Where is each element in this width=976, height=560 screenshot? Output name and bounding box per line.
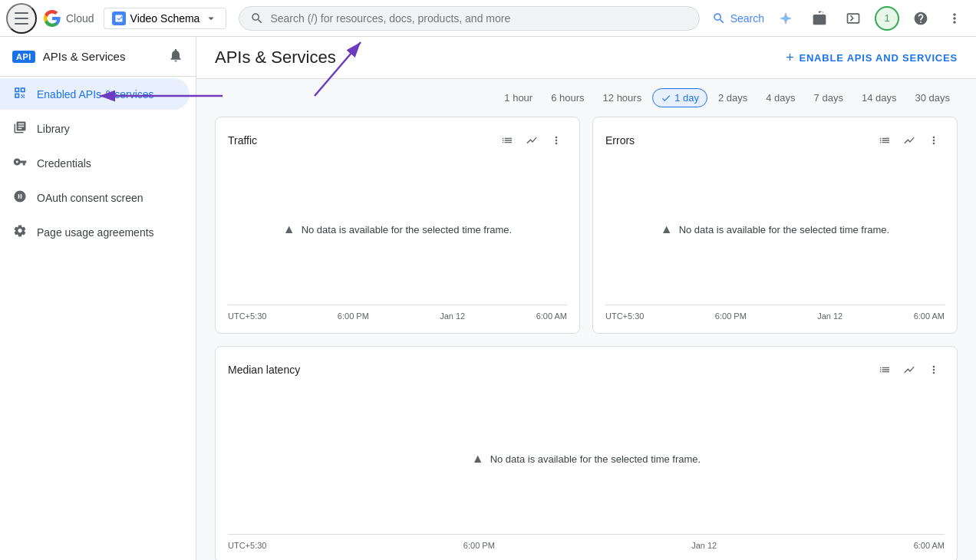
traffic-more-button[interactable] [546,130,567,151]
charts-grid: Traffic [196,117,976,560]
project-selector-button[interactable]: Video Schema [104,8,227,29]
latency-chart-footer: UTC+5:30 6:00 PM Jan 12 6:00 AM [228,534,945,550]
enable-btn-label: ENABLE APIS AND SERVICES [799,52,958,64]
enable-apis-button[interactable]: + ENABLE APIS AND SERVICES [786,50,958,66]
project-icon [112,12,126,25]
median-latency-chart-card: Median latency [215,346,958,560]
traffic-chart-footer: UTC+5:30 6:00 PM Jan 12 6:00 AM [228,305,567,321]
traffic-x-label-3: 6:00 AM [536,311,567,321]
errors-more-button[interactable] [923,130,945,151]
page-layout: API APIs & Services Enabled APIs & servi… [0,37,976,560]
traffic-chart-title: Traffic [228,134,496,147]
search-button[interactable]: Search [712,12,764,25]
latency-no-data-text: No data is available for the selected ti… [490,453,701,465]
time-4days-button[interactable]: 4 days [758,89,803,107]
hamburger-menu-button[interactable] [6,3,37,34]
errors-legend-button[interactable] [874,130,895,151]
sidebar-header: API APIs & Services [0,37,196,77]
sidebar-item-enabled-label: Enabled APIs & services [37,88,154,100]
time-30days-label: 30 days [915,92,950,104]
project-dropdown-icon [204,12,218,25]
traffic-legend-button[interactable] [496,130,518,151]
errors-chart-type-icon [903,134,915,147]
latency-legend-button[interactable] [874,359,895,380]
warning-triangle-icon: ▲ [283,222,295,236]
search-button-label: Search [730,12,764,25]
latency-chart-title: Median latency [228,364,874,376]
time-2days-button[interactable]: 2 days [711,89,755,107]
errors-chart-type-button[interactable] [899,130,920,151]
more-options-button[interactable] [939,3,970,34]
sidebar-item-enabled[interactable]: Enabled APIs & services [0,78,190,110]
latency-chart-type-button[interactable] [899,359,920,380]
errors-no-data-text: No data is available for the selected ti… [679,224,890,236]
project-name: Video Schema [130,12,200,25]
errors-chart-body: ▲ No data is available for the selected … [605,160,945,298]
cloud-shell-button[interactable] [838,3,869,34]
sidebar: API APIs & Services Enabled APIs & servi… [0,37,196,560]
sidebar-item-page-usage[interactable]: Page usage agreements [0,216,190,248]
latency-more-button[interactable] [923,359,945,380]
sidebar-item-credentials-label: Credentials [37,157,91,170]
time-6hours-button[interactable]: 6 hours [543,89,592,107]
sidebar-item-credentials[interactable]: Credentials [0,147,190,179]
marketplace-icon [812,11,827,26]
notification-bell-icon[interactable] [168,48,183,65]
google-cloud-logo: Cloud [43,9,94,28]
sidebar-item-library[interactable]: Library [0,113,190,144]
errors-chart-title: Errors [605,134,874,147]
time-12hours-button[interactable]: 12 hours [595,89,650,107]
latency-x-label-1: 6:00 PM [463,541,495,550]
search-button-icon [712,12,726,25]
latency-no-data-message: ▲ No data is available for the selected … [472,452,701,466]
time-7days-button[interactable]: 7 days [806,89,851,107]
gemini-button[interactable] [770,3,801,34]
account-circle: 1 [875,6,899,31]
enabled-apis-icon [12,86,28,102]
time-30days-button[interactable]: 30 days [907,89,958,107]
nav-icons-group: 1 [770,3,970,34]
errors-x-label-3: 6:00 AM [914,311,945,321]
credentials-icon [12,155,28,171]
time-14days-button[interactable]: 14 days [854,89,905,107]
traffic-chart-header: Traffic [228,130,567,151]
errors-chart-header: Errors [605,130,945,151]
search-input[interactable] [270,12,687,25]
sidebar-item-oauth-label: OAuth consent screen [37,192,143,204]
time-range-bar: 1 hour 6 hours 12 hours 1 day 2 days 4 d… [196,79,976,117]
latency-warning-icon: ▲ [472,452,484,466]
sidebar-item-page-usage-label: Page usage agreements [37,226,154,239]
account-button[interactable]: 1 [872,3,902,34]
top-navigation: Cloud Video Schema Search [0,0,976,37]
errors-warning-icon: ▲ [661,222,673,236]
traffic-chart-actions [496,130,567,151]
latency-chart-actions [874,359,945,380]
latency-x-label-0: UTC+5:30 [228,541,266,550]
sidebar-item-oauth[interactable]: OAuth consent screen [0,182,190,213]
marketplace-button[interactable] [804,3,835,34]
help-icon [913,11,928,26]
errors-chart-card: Errors [592,117,958,334]
time-1day-label: 1 day [674,92,699,104]
api-badge: API [12,51,35,63]
errors-legend-icon [879,134,891,147]
latency-chart-type-icon [903,364,915,376]
help-button[interactable] [905,3,936,34]
time-4days-label: 4 days [766,92,795,104]
oauth-icon [12,189,28,206]
library-icon [12,120,28,137]
time-1hour-button[interactable]: 1 hour [496,89,540,107]
latency-chart-header: Median latency [228,359,945,380]
page-usage-icon [12,224,28,240]
latency-chart-body: ▲ No data is available for the selected … [228,390,945,528]
time-1day-button[interactable]: 1 day [652,88,707,107]
traffic-x-label-2: Jan 12 [440,311,465,321]
errors-x-label-0: UTC+5:30 [605,311,644,321]
legend-icon [501,134,513,147]
plus-icon: + [786,50,794,66]
traffic-chart-type-button[interactable] [521,130,542,151]
hamburger-icon [15,12,28,25]
search-bar[interactable] [239,6,699,31]
time-2days-label: 2 days [718,92,747,104]
errors-x-label-1: 6:00 PM [715,311,747,321]
